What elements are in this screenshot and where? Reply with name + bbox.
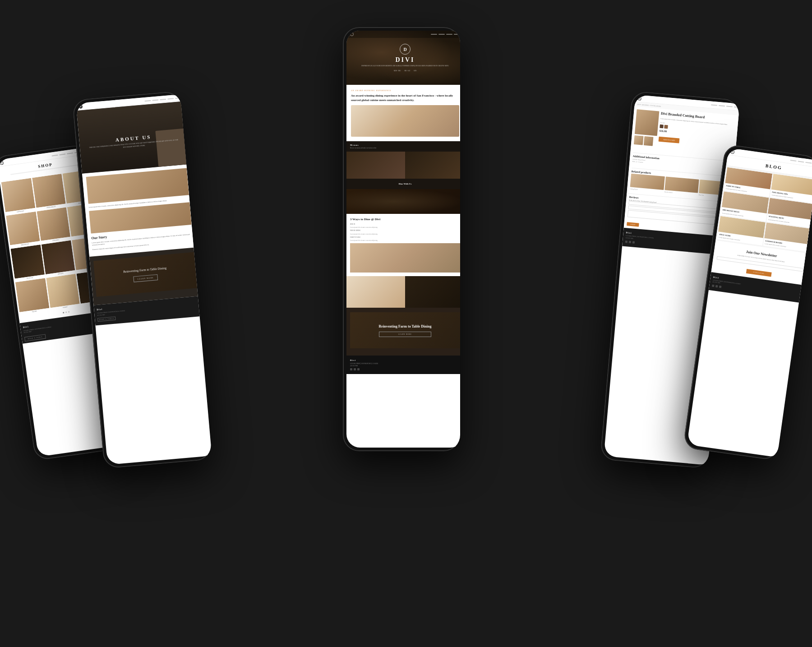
about-hero-image (155, 128, 190, 167)
stat-1: MON - THU (394, 70, 401, 72)
blog-nav-links (790, 160, 812, 165)
nav-link-3 (726, 106, 733, 107)
nav-link-4 (454, 34, 460, 35)
about-cta: Reinventing Farm to Table Dining LEARN M… (89, 247, 201, 305)
social-icon-fb (350, 368, 352, 370)
shop-product-image-8 (41, 240, 75, 274)
divi-nav (346, 31, 460, 38)
divi-nav-links (431, 34, 460, 35)
main-scene: D SHOP (0, 0, 812, 647)
shop-item-img-1 (1, 178, 35, 212)
shop-item-img-10 (15, 278, 49, 312)
shop-item-img-2 (32, 174, 66, 208)
shop-product-image-5 (37, 207, 70, 241)
about-content-image (86, 168, 189, 203)
divi-menu-images (346, 152, 460, 179)
nav-link-5 (175, 97, 181, 98)
social-icon-tw (357, 368, 360, 370)
divi-dine-with-us: Dine With Us (346, 179, 460, 189)
nav-link-3 (446, 34, 452, 35)
about-content: Lorem ipsum dolor sit amet, consectetur … (82, 164, 197, 257)
product-review-submit-button[interactable]: SUBMIT (627, 222, 639, 226)
page-dot-2 (65, 311, 66, 313)
shop-nav-logo: D (0, 161, 4, 165)
nav-link-2 (719, 105, 725, 106)
about-cta-title: Reinventing Farm to Table Dining (123, 266, 167, 274)
shop-product-image-1 (1, 178, 35, 212)
about-cta-button[interactable]: LEARN MORE (133, 274, 158, 282)
divi-ways-title: 3 Ways to Dine @ Divi (350, 217, 460, 222)
product-nav-logo: D (637, 97, 641, 101)
shop-item-img-4 (6, 211, 40, 245)
divi-gallery-img-1 (346, 276, 405, 308)
divi-footer-social (350, 368, 460, 370)
product-info: Divi Branded Cutting Board Lorem ipsum d… (658, 111, 739, 155)
divi-ways-detail-3: Lorem ipsum dolor sit amet consectetur a… (350, 240, 460, 241)
social-icon-ig (715, 285, 718, 287)
nav-link-1 (144, 100, 151, 101)
blog-nav-logo: D (730, 150, 734, 154)
divi-farm-image: Reinventing Farm to Table Dining LEARN M… (350, 312, 460, 348)
divi-menu-img-left (346, 152, 405, 179)
shop-item: CROISSANT (1, 178, 36, 215)
divi-logo-letter: D (403, 47, 406, 52)
about-hero: ABOUT US DRIVING THE EXPERIENCE AND MAKI… (77, 101, 190, 173)
related-item-image-1 (630, 174, 665, 190)
divi-nav-logo (350, 32, 354, 36)
nav-link-1 (790, 160, 797, 162)
shop-item: BREAKFAST (6, 211, 40, 248)
divi-dine-label: Dine With Us (349, 181, 460, 187)
nav-link-2 (438, 34, 445, 35)
social-tw-icon (632, 241, 635, 243)
related-item-2: Wooden Spoon (664, 176, 699, 195)
divi-footer: Divi 123 OAK STREET, SAN FRANCISCO, CA 9… (346, 356, 460, 374)
shop-item: ARTISAN (41, 240, 75, 277)
divi-hero-title: DIVI (395, 56, 415, 64)
stat-2: FRI - SAT (405, 70, 411, 72)
shop-product-image-10 (15, 278, 49, 312)
shop-item-img-5 (37, 207, 70, 241)
nav-link-1 (431, 34, 437, 35)
product-thumbnails (634, 135, 657, 146)
shop-book-table-button[interactable]: BOOK A TABLE (24, 334, 46, 342)
page-dot-1 (63, 312, 64, 313)
product-image-area (634, 109, 660, 148)
divi-ways-text-3: FARM TO TABLE (350, 236, 460, 239)
shop-item-img-8 (41, 240, 75, 274)
divi-intro-image (351, 105, 459, 137)
nav-link-3 (67, 153, 73, 154)
page-dot-3 (68, 311, 69, 312)
about-nav-links (144, 97, 181, 101)
shop-item: OLIVE OIL (10, 245, 45, 281)
divi-menu-img-right (405, 152, 460, 179)
nav-link-2 (798, 161, 804, 162)
related-item-image-2 (664, 176, 699, 193)
shop-item: HONEY (46, 274, 80, 310)
about-footer-book-button[interactable]: BOOK A TABLE (97, 316, 116, 321)
about-cta-image: Reinventing Farm to Table Dining LEARN M… (93, 252, 197, 297)
color-option-1[interactable] (660, 125, 664, 129)
divi-food-section (346, 189, 460, 214)
social-icon-tw (719, 285, 722, 288)
nav-link-2 (59, 153, 65, 155)
nav-link-3 (805, 162, 812, 163)
color-option-2[interactable] (664, 125, 668, 129)
product-thumb-1 (634, 135, 644, 145)
shop-product-image-7 (10, 245, 44, 278)
divi-ways-section: 3 Ways to Dine @ Divi DINE IN Lorem ipsu… (346, 214, 460, 277)
divi-farm-title: Reinventing Farm to Table Dining (379, 324, 432, 329)
stat-3: SUN (414, 70, 416, 72)
divi-farm-section: Reinventing Farm to Table Dining LEARN M… (346, 308, 460, 356)
shop-product-image-11 (46, 274, 80, 308)
divi-intro-title: An award-winning dining experience in th… (351, 93, 459, 102)
device-divi-main: D DIVI INSPIRED BY LOCALLY SOURCED INGRE… (343, 27, 460, 451)
divi-farm-button[interactable]: LEARN MORE (379, 332, 432, 337)
product-main-image (635, 109, 660, 136)
divi-ways-detail-1: Lorem ipsum dolor sit amet consectetur a… (350, 226, 460, 228)
divi-footer-text: 123 OAK STREET, SAN FRANCISCO, CA 94102 … (350, 363, 460, 370)
newsletter-subscribe-button[interactable]: SUBSCRIBE (746, 269, 771, 277)
product-add-to-cart-button[interactable]: ADD TO CART (659, 137, 680, 143)
divi-hero-subtitle: INSPIRED BY LOCALLY SOURCED INGREDIENTS … (357, 65, 453, 67)
divi-ways-text-2: PRIVATE DINING (350, 230, 460, 232)
social-icon-ig (354, 368, 356, 370)
